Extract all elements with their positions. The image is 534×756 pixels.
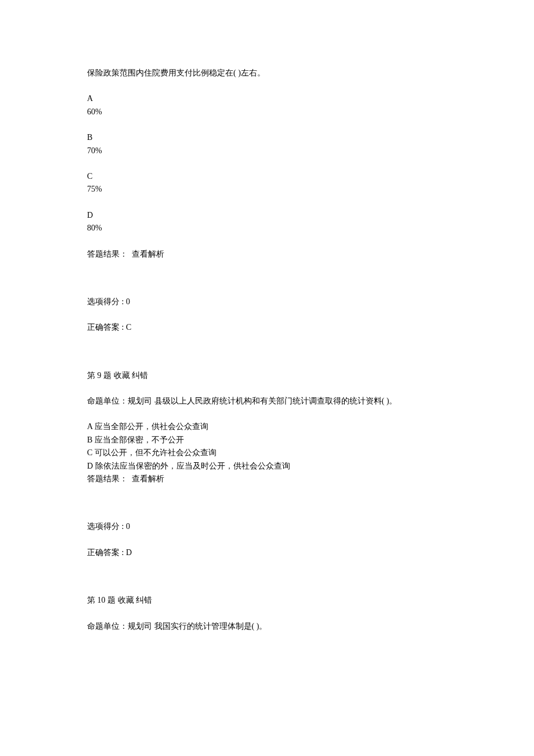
answer-text: 正确答案 : C	[87, 323, 131, 332]
option-letter: B	[87, 131, 447, 144]
q8-result: 答题结果： 查看解析	[87, 248, 447, 261]
q9-option-d: D 除依法应当保密的外，应当及时公开，供社会公众查询	[87, 460, 447, 473]
answer-text: 正确答案 : D	[87, 548, 132, 557]
option-value: 80%	[87, 222, 447, 235]
q8-option-b: B 70%	[87, 131, 447, 157]
q8-option-a: A 60%	[87, 92, 447, 118]
question-text: 命题单位：规划司 我国实行的统计管理体制是( )。	[87, 622, 267, 631]
score-text: 选项得分 : 0	[87, 522, 130, 531]
result-label: 答题结果： 查看解析	[87, 474, 164, 483]
q8-answer: 正确答案 : C	[87, 321, 447, 334]
q9-option-c: C 可以公开，但不允许社会公众查询	[87, 447, 447, 459]
q9-result: 答题结果： 查看解析	[87, 473, 447, 485]
q9-option-b: B 应当全部保密，不予公开	[87, 434, 447, 447]
option-value: 70%	[87, 145, 447, 157]
q8-option-d: D 80%	[87, 209, 447, 235]
q8-stem: 保险政策范围内住院费用支付比例稳定在( )左右。	[87, 67, 447, 80]
q9-score: 选项得分 : 0	[87, 520, 447, 533]
question-text: 命题单位：规划司 县级以上人民政府统计机构和有关部门统计调查取得的统计资料( )…	[87, 397, 397, 405]
option-value: 60%	[87, 106, 447, 118]
q9-options: A 应当全部公开，供社会公众查询 B 应当全部保密，不予公开 C 可以公开，但不…	[87, 420, 447, 473]
question-text: 保险政策范围内住院费用支付比例稳定在( )左右。	[87, 69, 265, 77]
option-letter: D	[87, 209, 447, 222]
option-letter: C	[87, 170, 447, 183]
q9-answer: 正确答案 : D	[87, 546, 447, 559]
question-header: 第 9 题 收藏 纠错	[87, 371, 148, 380]
q9-header: 第 9 题 收藏 纠错	[87, 369, 447, 382]
q8-option-c: C 75%	[87, 170, 447, 196]
question-header: 第 10 题 收藏 纠错	[87, 596, 152, 604]
score-text: 选项得分 : 0	[87, 297, 130, 306]
q10-header: 第 10 题 收藏 纠错	[87, 594, 447, 607]
result-label: 答题结果： 查看解析	[87, 250, 164, 258]
option-value: 75%	[87, 183, 447, 196]
document-page: 保险政策范围内住院费用支付比例稳定在( )左右。 A 60% B 70% C 7…	[0, 0, 534, 704]
q9-option-a: A 应当全部公开，供社会公众查询	[87, 420, 447, 433]
q9-stem: 命题单位：规划司 县级以上人民政府统计机构和有关部门统计调查取得的统计资料( )…	[87, 395, 447, 408]
option-letter: A	[87, 92, 447, 105]
q8-score: 选项得分 : 0	[87, 296, 447, 308]
q10-stem: 命题单位：规划司 我国实行的统计管理体制是( )。	[87, 620, 447, 633]
